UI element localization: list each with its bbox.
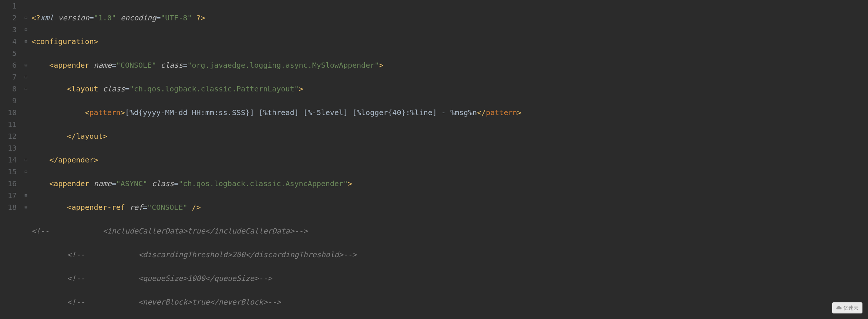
watermark-text: 亿速云 xyxy=(843,304,859,312)
code-editor[interactable]: 1 2 3 4 5 6 7 8 9 10 11 12 13 14 15 16 1… xyxy=(0,0,868,319)
fold-icon[interactable]: ⊟ xyxy=(22,189,30,201)
code-line[interactable]: <?xml version="1.0" encoding="UTF-8" ?> xyxy=(31,12,868,24)
fold-icon[interactable]: ⊟ xyxy=(22,71,30,83)
line-number: 17 xyxy=(0,189,17,201)
code-area[interactable]: <?xml version="1.0" encoding="UTF-8" ?> … xyxy=(30,0,868,319)
code-line[interactable]: <configuration> xyxy=(31,36,868,47)
line-number: 5 xyxy=(0,47,17,59)
fold-icon[interactable] xyxy=(22,178,30,189)
fold-icon[interactable]: ⊟ xyxy=(22,36,30,47)
fold-icon[interactable] xyxy=(22,107,30,118)
fold-icon[interactable] xyxy=(22,0,30,12)
fold-icon[interactable]: ⊟ xyxy=(22,83,30,95)
code-line[interactable]: <layout class="ch.qos.logback.classic.Pa… xyxy=(31,83,868,95)
fold-icon[interactable]: ⊟ xyxy=(22,59,30,71)
fold-icon[interactable]: ⊟ xyxy=(22,154,30,166)
line-number: 1 xyxy=(0,0,17,12)
line-number: 6 xyxy=(0,59,17,71)
fold-column: ⊟ ⊟ ⊟ ⊟ ⊟ ⊟ ⊟ ⊟ ⊟ ⊟ xyxy=(22,0,30,319)
fold-icon[interactable]: ⊟ xyxy=(22,12,30,24)
code-line[interactable]: <!-- <neverBlock>true</neverBlock>--> xyxy=(31,296,868,308)
cloud-icon xyxy=(836,305,842,311)
line-number: 11 xyxy=(0,118,17,130)
line-number: 2 xyxy=(0,12,17,24)
line-number: 3 xyxy=(0,24,17,36)
fold-icon[interactable] xyxy=(22,95,30,107)
code-line[interactable]: </layout> xyxy=(31,130,868,142)
fold-icon[interactable] xyxy=(22,118,30,130)
code-line[interactable]: <!-- <includeCallerData>true</includeCal… xyxy=(31,225,868,237)
code-line[interactable]: </appender> xyxy=(31,154,868,166)
line-number: 15 xyxy=(0,166,17,178)
code-line[interactable]: <appender name="ASYNC" class="ch.qos.log… xyxy=(31,178,868,189)
line-number: 16 xyxy=(0,178,17,189)
code-line[interactable]: <appender name="CONSOLE" class="org.java… xyxy=(31,59,868,71)
fold-icon[interactable]: ⊟ xyxy=(22,24,30,36)
fold-icon[interactable]: ⊟ xyxy=(22,166,30,178)
line-number: 14 xyxy=(0,154,17,166)
watermark: 亿速云 xyxy=(832,302,862,313)
line-number: 10 xyxy=(0,107,17,118)
code-line[interactable]: <!-- <queueSize>1000</queueSize>--> xyxy=(31,272,868,284)
line-number: 12 xyxy=(0,130,17,142)
fold-icon[interactable] xyxy=(22,142,30,154)
line-number: 8 xyxy=(0,83,17,95)
code-line[interactable]: <!-- <discardingThreshold>200</discardin… xyxy=(31,249,868,261)
code-line[interactable]: <pattern>[%d{yyyy-MM-dd HH:mm:ss.SSS}] [… xyxy=(31,107,868,118)
line-number: 13 xyxy=(0,142,17,154)
line-number: 4 xyxy=(0,36,17,47)
fold-icon[interactable] xyxy=(22,47,30,59)
fold-icon[interactable] xyxy=(22,130,30,142)
line-number: 7 xyxy=(0,71,17,83)
line-number: 9 xyxy=(0,95,17,107)
line-number-gutter: 1 2 3 4 5 6 7 8 9 10 11 12 13 14 15 16 1… xyxy=(0,0,22,319)
fold-icon[interactable]: ⊟ xyxy=(22,201,30,213)
line-number: 18 xyxy=(0,201,17,213)
code-line[interactable]: <appender-ref ref="CONSOLE" /> xyxy=(31,201,868,213)
